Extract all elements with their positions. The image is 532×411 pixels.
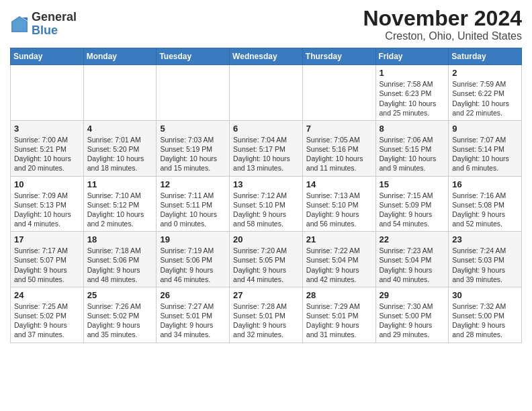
day-number: 2 xyxy=(452,68,518,78)
calendar-cell: 29Sunrise: 7:30 AM Sunset: 5:00 PM Dayli… xyxy=(375,287,449,342)
day-number: 23 xyxy=(452,234,518,244)
day-number: 16 xyxy=(452,179,518,189)
calendar-header: SundayMondayTuesdayWednesdayThursdayFrid… xyxy=(11,48,522,65)
day-number: 4 xyxy=(87,124,153,134)
calendar-cell: 10Sunrise: 7:09 AM Sunset: 5:13 PM Dayli… xyxy=(11,176,84,232)
calendar-cell: 8Sunrise: 7:06 AM Sunset: 5:15 PM Daylig… xyxy=(375,120,449,176)
calendar-cell: 26Sunrise: 7:27 AM Sunset: 5:01 PM Dayli… xyxy=(157,287,230,342)
calendar-cell: 4Sunrise: 7:01 AM Sunset: 5:20 PM Daylig… xyxy=(83,120,157,176)
calendar-week-2: 3Sunrise: 7:00 AM Sunset: 5:21 PM Daylig… xyxy=(11,120,522,176)
weekday-saturday: Saturday xyxy=(449,48,522,65)
day-number: 10 xyxy=(14,179,80,189)
calendar-cell: 24Sunrise: 7:25 AM Sunset: 5:02 PM Dayli… xyxy=(11,287,84,342)
day-number: 29 xyxy=(380,290,445,300)
day-info: Sunrise: 7:20 AM Sunset: 5:05 PM Dayligh… xyxy=(233,246,299,284)
logo-general-text: General xyxy=(32,11,77,24)
day-info: Sunrise: 7:24 AM Sunset: 5:03 PM Dayligh… xyxy=(452,246,518,284)
calendar-cell: 22Sunrise: 7:23 AM Sunset: 5:04 PM Dayli… xyxy=(375,232,449,287)
day-info: Sunrise: 7:30 AM Sunset: 5:00 PM Dayligh… xyxy=(380,302,445,340)
day-info: Sunrise: 7:01 AM Sunset: 5:20 PM Dayligh… xyxy=(87,135,153,173)
day-info: Sunrise: 7:12 AM Sunset: 5:10 PM Dayligh… xyxy=(233,191,299,229)
calendar-cell: 30Sunrise: 7:32 AM Sunset: 5:00 PM Dayli… xyxy=(449,287,522,342)
day-info: Sunrise: 7:29 AM Sunset: 5:01 PM Dayligh… xyxy=(306,302,372,340)
calendar-cell: 21Sunrise: 7:22 AM Sunset: 5:04 PM Dayli… xyxy=(302,232,375,287)
day-info: Sunrise: 7:25 AM Sunset: 5:02 PM Dayligh… xyxy=(14,302,80,340)
weekday-header-row: SundayMondayTuesdayWednesdayThursdayFrid… xyxy=(11,48,522,65)
day-info: Sunrise: 7:11 AM Sunset: 5:11 PM Dayligh… xyxy=(160,191,226,229)
day-number: 15 xyxy=(380,179,445,189)
calendar-cell xyxy=(302,65,375,121)
page: General Blue November 2024 Creston, Ohio… xyxy=(0,0,532,350)
logo: General Blue xyxy=(10,11,77,38)
calendar-week-4: 17Sunrise: 7:17 AM Sunset: 5:07 PM Dayli… xyxy=(11,232,522,287)
weekday-sunday: Sunday xyxy=(11,48,84,65)
day-number: 14 xyxy=(306,179,372,189)
day-number: 12 xyxy=(160,179,226,189)
day-number: 19 xyxy=(160,234,226,244)
logo-icon xyxy=(10,15,29,34)
calendar-cell: 19Sunrise: 7:19 AM Sunset: 5:06 PM Dayli… xyxy=(157,232,230,287)
day-info: Sunrise: 7:58 AM Sunset: 6:23 PM Dayligh… xyxy=(380,79,445,118)
weekday-friday: Friday xyxy=(375,48,449,65)
day-info: Sunrise: 7:15 AM Sunset: 5:09 PM Dayligh… xyxy=(380,191,445,229)
day-number: 5 xyxy=(160,124,226,134)
day-info: Sunrise: 7:23 AM Sunset: 5:04 PM Dayligh… xyxy=(380,246,445,284)
day-number: 7 xyxy=(306,124,372,134)
day-info: Sunrise: 7:13 AM Sunset: 5:10 PM Dayligh… xyxy=(306,191,372,229)
day-number: 17 xyxy=(14,234,80,244)
day-number: 30 xyxy=(452,290,518,300)
day-info: Sunrise: 7:06 AM Sunset: 5:15 PM Dayligh… xyxy=(380,135,445,173)
calendar-cell: 25Sunrise: 7:26 AM Sunset: 5:02 PM Dayli… xyxy=(83,287,157,342)
day-info: Sunrise: 7:09 AM Sunset: 5:13 PM Dayligh… xyxy=(14,191,80,229)
day-info: Sunrise: 7:00 AM Sunset: 5:21 PM Dayligh… xyxy=(14,135,80,173)
calendar-cell: 20Sunrise: 7:20 AM Sunset: 5:05 PM Dayli… xyxy=(230,232,303,287)
day-number: 21 xyxy=(306,234,372,244)
calendar-week-5: 24Sunrise: 7:25 AM Sunset: 5:02 PM Dayli… xyxy=(11,287,522,342)
calendar-cell: 2Sunrise: 7:59 AM Sunset: 6:22 PM Daylig… xyxy=(449,65,522,121)
header: General Blue November 2024 Creston, Ohio… xyxy=(10,7,522,42)
day-info: Sunrise: 7:22 AM Sunset: 5:04 PM Dayligh… xyxy=(306,246,372,284)
calendar-cell: 15Sunrise: 7:15 AM Sunset: 5:09 PM Dayli… xyxy=(375,176,449,232)
calendar-cell: 5Sunrise: 7:03 AM Sunset: 5:19 PM Daylig… xyxy=(157,120,230,176)
weekday-thursday: Thursday xyxy=(302,48,375,65)
calendar-cell: 3Sunrise: 7:00 AM Sunset: 5:21 PM Daylig… xyxy=(11,120,84,176)
calendar-cell: 16Sunrise: 7:16 AM Sunset: 5:08 PM Dayli… xyxy=(449,176,522,232)
calendar-cell: 11Sunrise: 7:10 AM Sunset: 5:12 PM Dayli… xyxy=(83,176,157,232)
day-info: Sunrise: 7:05 AM Sunset: 5:16 PM Dayligh… xyxy=(306,135,372,173)
calendar-cell xyxy=(230,65,303,121)
day-info: Sunrise: 7:03 AM Sunset: 5:19 PM Dayligh… xyxy=(160,135,226,173)
day-number: 18 xyxy=(87,234,153,244)
day-number: 20 xyxy=(233,234,299,244)
day-number: 9 xyxy=(452,124,518,134)
calendar-cell xyxy=(11,65,84,121)
day-number: 8 xyxy=(380,124,445,134)
calendar-week-3: 10Sunrise: 7:09 AM Sunset: 5:13 PM Dayli… xyxy=(11,176,522,232)
logo-text: General Blue xyxy=(32,11,77,38)
day-info: Sunrise: 7:27 AM Sunset: 5:01 PM Dayligh… xyxy=(160,302,226,340)
title-block: November 2024 Creston, Ohio, United Stat… xyxy=(363,7,522,42)
day-number: 27 xyxy=(233,290,299,300)
weekday-monday: Monday xyxy=(83,48,157,65)
calendar-cell: 18Sunrise: 7:18 AM Sunset: 5:06 PM Dayli… xyxy=(83,232,157,287)
day-info: Sunrise: 7:17 AM Sunset: 5:07 PM Dayligh… xyxy=(14,246,80,284)
day-info: Sunrise: 7:28 AM Sunset: 5:01 PM Dayligh… xyxy=(233,302,299,340)
day-info: Sunrise: 7:16 AM Sunset: 5:08 PM Dayligh… xyxy=(452,191,518,229)
day-info: Sunrise: 7:10 AM Sunset: 5:12 PM Dayligh… xyxy=(87,191,153,229)
day-info: Sunrise: 7:19 AM Sunset: 5:06 PM Dayligh… xyxy=(160,246,226,284)
day-info: Sunrise: 7:59 AM Sunset: 6:22 PM Dayligh… xyxy=(452,79,518,118)
day-info: Sunrise: 7:32 AM Sunset: 5:00 PM Dayligh… xyxy=(452,302,518,340)
weekday-tuesday: Tuesday xyxy=(157,48,230,65)
day-number: 3 xyxy=(14,124,80,134)
calendar-cell: 27Sunrise: 7:28 AM Sunset: 5:01 PM Dayli… xyxy=(230,287,303,342)
day-number: 25 xyxy=(87,290,153,300)
day-number: 26 xyxy=(160,290,226,300)
day-info: Sunrise: 7:26 AM Sunset: 5:02 PM Dayligh… xyxy=(87,302,153,340)
calendar-cell: 14Sunrise: 7:13 AM Sunset: 5:10 PM Dayli… xyxy=(302,176,375,232)
weekday-wednesday: Wednesday xyxy=(230,48,303,65)
day-info: Sunrise: 7:18 AM Sunset: 5:06 PM Dayligh… xyxy=(87,246,153,284)
calendar-cell: 6Sunrise: 7:04 AM Sunset: 5:17 PM Daylig… xyxy=(230,120,303,176)
calendar-cell: 9Sunrise: 7:07 AM Sunset: 5:14 PM Daylig… xyxy=(449,120,522,176)
day-number: 24 xyxy=(14,290,80,300)
calendar-cell: 28Sunrise: 7:29 AM Sunset: 5:01 PM Dayli… xyxy=(302,287,375,342)
day-number: 1 xyxy=(380,68,445,78)
